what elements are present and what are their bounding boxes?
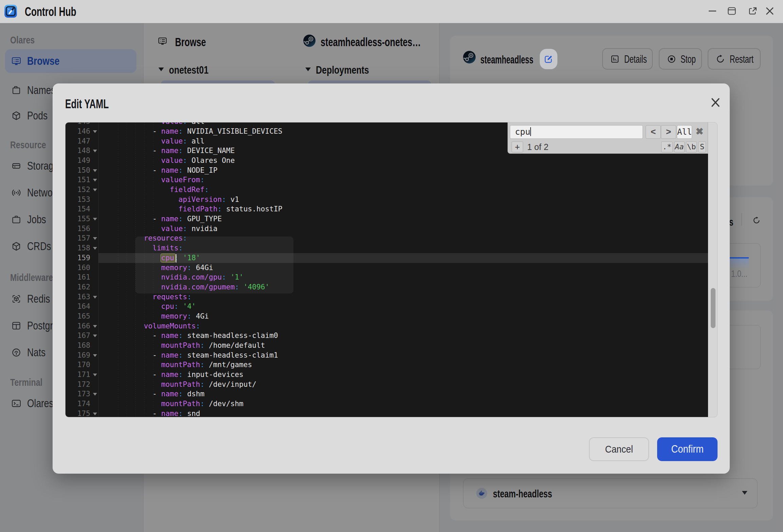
line-number: 168 (65, 341, 90, 350)
code-line-162: 162 nvidia.com/gpumem: '4096' (65, 282, 708, 292)
code-line-173: 173 - name: dshm (65, 389, 708, 399)
fold-icon[interactable] (93, 218, 97, 221)
line-number: 170 (65, 360, 90, 370)
text-cursor (176, 254, 176, 263)
find-selection-option[interactable]: S (698, 141, 706, 152)
yaml-editor-container: 145 value: all146 - name: NVIDIA_VISIBLE… (65, 122, 718, 417)
code-line-167: 167 - name: steam-headless-claim0 (65, 331, 708, 341)
fold-icon[interactable] (93, 237, 97, 240)
line-number: 145 (65, 122, 90, 127)
find-close-icon[interactable]: ✖ (694, 126, 705, 137)
code-line-175: 175 - name: snd (65, 409, 708, 417)
code-line-156: 156 value: nvidia (65, 224, 708, 234)
app-title: Control Hub (25, 5, 76, 19)
pod-usage-text: / 1.0... (727, 269, 747, 279)
find-query: cpu (515, 127, 530, 137)
line-number: 150 (65, 166, 90, 175)
code-line-172: 172 mountPath: /dev/input/ (65, 380, 708, 390)
cancel-label: Cancel (605, 438, 633, 460)
line-number: 148 (65, 146, 90, 156)
find-case-option[interactable]: Aa (674, 141, 685, 152)
find-next-button[interactable]: > (661, 125, 676, 139)
line-number: 171 (65, 370, 90, 380)
line-number: 151 (65, 175, 90, 185)
code-line-152: 152 fieldRef: (65, 185, 708, 195)
line-number: 157 (65, 233, 90, 243)
line-number: 159 (65, 253, 90, 263)
dialog-close-icon[interactable] (707, 94, 724, 111)
line-number: 154 (65, 204, 90, 214)
line-number: 175 (65, 409, 90, 417)
fold-icon[interactable] (93, 325, 97, 328)
find-all-button[interactable]: All (677, 125, 692, 139)
code-line-174: 174 mountPath: /dev/shm (65, 399, 708, 409)
code-line-155: 155 - name: GPU_TYPE (65, 214, 708, 224)
yaml-editor[interactable]: 145 value: all146 - name: NVIDIA_VISIBLE… (65, 122, 708, 417)
code-line-165: 165 memory: 4Gi (65, 311, 708, 321)
fold-icon[interactable] (93, 296, 97, 299)
code-line-160: 160 memory: 64Gi (65, 263, 708, 273)
find-regex-option[interactable]: .* (661, 141, 673, 152)
code-line-158: 158 limits: (65, 243, 708, 253)
line-number: 174 (65, 399, 90, 409)
find-prev-button[interactable]: < (646, 125, 661, 139)
line-number: 160 (65, 263, 90, 273)
code-line-157: 157 resources: (65, 233, 708, 243)
close-window-button[interactable] (766, 7, 774, 15)
fold-icon[interactable] (93, 374, 97, 376)
fold-icon[interactable] (93, 335, 97, 337)
line-number: 165 (65, 311, 90, 321)
yaml-code: 145 value: all146 - name: NVIDIA_VISIBLE… (65, 122, 708, 417)
open-external-button[interactable] (749, 7, 757, 15)
prev-chevron-label: < (651, 127, 656, 137)
find-caret (530, 127, 531, 136)
confirm-button[interactable]: Confirm (657, 437, 718, 461)
find-replace-toggle[interactable]: + (512, 141, 523, 152)
confirm-label: Confirm (671, 437, 703, 461)
code-line-170: 170 mountPath: /mnt/games (65, 360, 708, 370)
code-line-151: 151 valueFrom: (65, 175, 708, 185)
line-number: 172 (65, 380, 90, 390)
find-match-count: 1 of 2 (527, 141, 549, 152)
line-number: 163 (65, 292, 90, 302)
line-number: 161 (65, 272, 90, 282)
fold-icon[interactable] (93, 169, 97, 172)
line-number: 158 (65, 243, 90, 253)
fold-icon[interactable] (93, 393, 97, 396)
minimize-button[interactable] (708, 7, 717, 15)
fold-icon[interactable] (93, 150, 97, 152)
code-line-159: 159 cpu: '18' (65, 253, 708, 263)
fold-icon[interactable] (93, 179, 97, 182)
line-number: 155 (65, 214, 90, 224)
line-number: 173 (65, 389, 90, 399)
edit-name-button[interactable] (540, 49, 557, 69)
code-line-166: 166 volumeMounts: (65, 321, 708, 331)
fold-icon[interactable] (93, 413, 97, 415)
line-number: 166 (65, 321, 90, 331)
code-line-150: 150 - name: NODE_IP (65, 166, 708, 175)
fold-icon[interactable] (93, 130, 97, 133)
cancel-button[interactable]: Cancel (589, 437, 649, 461)
line-number: 169 (65, 350, 90, 360)
fold-icon[interactable] (93, 247, 97, 250)
dialog-title: Edit YAML (65, 97, 109, 111)
find-input[interactable]: cpu (510, 125, 643, 139)
code-line-154: 154 fieldPath: status.hostIP (65, 204, 708, 214)
line-number: 167 (65, 331, 90, 341)
line-number: 147 (65, 136, 90, 146)
line-number: 162 (65, 282, 90, 292)
maximize-button[interactable] (728, 7, 736, 15)
fold-icon[interactable] (93, 354, 97, 357)
line-number: 146 (65, 127, 90, 136)
code-line-169: 169 - name: steam-headless-claim1 (65, 350, 708, 360)
find-word-option[interactable]: \b (686, 141, 697, 152)
code-line-164: 164 cpu: '4' (65, 302, 708, 311)
find-widget: cpu < > All ✖ + 1 of 2 .* Aa \b S (508, 122, 708, 154)
line-number: 149 (65, 156, 90, 166)
line-number: 153 (65, 195, 90, 205)
fold-icon[interactable] (93, 189, 97, 191)
editor-scrollbar[interactable] (708, 122, 718, 417)
code-line-163: 163 requests: (65, 292, 708, 302)
editor-scrollbar-thumb[interactable] (711, 288, 715, 328)
window-titlebar: Control Hub (0, 0, 783, 23)
